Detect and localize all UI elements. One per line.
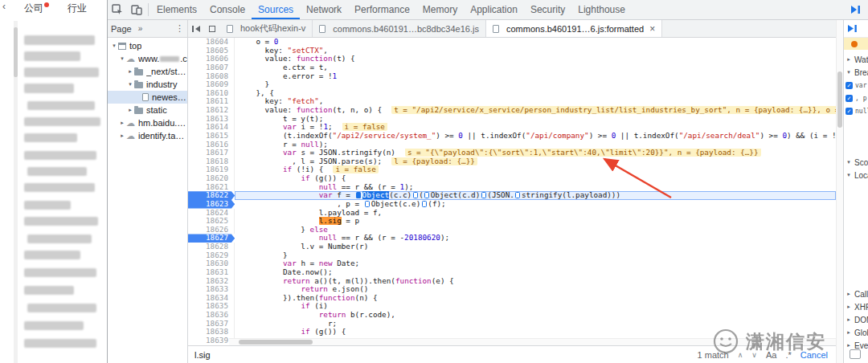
devtools-tab-lighthouse[interactable]: Lighthouse [571, 0, 632, 19]
line-number[interactable]: 18623 [188, 200, 235, 209]
devtools-tab-memory[interactable]: Memory [416, 0, 464, 19]
line-number[interactable]: 18639 [188, 336, 235, 345]
collapsed-arrow-icon[interactable]: ▸ [126, 107, 134, 113]
line-number[interactable]: 18615 [188, 132, 235, 141]
sidebar-section-breakpoints[interactable]: ▾Breakpoints [845, 67, 868, 78]
sidebar-bottom-icon[interactable] [850, 349, 861, 359]
devtools-tab-application[interactable]: Application [464, 0, 524, 19]
line-number[interactable]: 18631 [188, 268, 235, 277]
browser-tab[interactable]: 行业 [68, 2, 87, 15]
close-icon[interactable]: × [649, 23, 655, 35]
tree-item-hm-baidu-com[interactable]: ▸☁hm.baidu.com [108, 116, 187, 129]
tree-item-www[interactable]: ▾☁www..c [108, 52, 187, 65]
expanded-arrow-icon[interactable]: ▾ [110, 43, 118, 49]
more-options-icon[interactable]: ⋮ [175, 23, 184, 34]
breakpoint-entry[interactable]: ✓null == r && (r = -20180620); [845, 105, 868, 116]
devtools-tab-network[interactable]: Network [300, 0, 348, 19]
pause-resume-icon[interactable] [845, 0, 865, 19]
collapsed-arrow-icon[interactable]: ▸ [118, 120, 126, 126]
inline-breakpoint-marker[interactable] [422, 201, 427, 207]
tree-item-top[interactable]: ▾top [108, 39, 187, 52]
code-text: e.error = !1 [235, 72, 836, 81]
code-text: return e.json() [235, 285, 836, 294]
navigator-tab-page[interactable]: Page [111, 24, 132, 34]
source-options-icon[interactable] [204, 20, 220, 37]
code-text: if (i) [235, 302, 836, 311]
scrollbar-thumb[interactable] [837, 71, 842, 128]
inline-eval-value: s = "{\"payload\":{\"sort\":1,\"start\":… [405, 149, 761, 157]
device-toolbar-icon[interactable] [127, 0, 146, 19]
more-tabs-icon[interactable]: » [138, 24, 143, 33]
devtools-tab-performance[interactable]: Performance [348, 0, 416, 19]
collapsed-arrow-icon[interactable]: ▸ [845, 304, 852, 310]
inline-breakpoint-marker[interactable] [413, 192, 418, 198]
expanded-arrow-icon[interactable]: ▾ [845, 159, 852, 165]
collapsed-arrow-icon[interactable]: ▸ [126, 68, 134, 75]
tree-item-static[interactable]: ▸static [108, 104, 187, 116]
inline-breakpoint-marker[interactable] [424, 192, 429, 198]
match-case-toggle[interactable]: Aa [766, 350, 776, 360]
collapsed-arrow-icon[interactable]: ▸ [845, 342, 852, 349]
scrollbar-thumb[interactable] [14, 27, 18, 77]
breakpoint-entry[interactable]: ✓, p = Object(c.e)(f); [845, 92, 868, 104]
devtools-toolbar: ElementsConsoleSourcesNetworkPerformance… [108, 0, 868, 20]
next-match-icon[interactable]: ∨ [751, 351, 757, 359]
page-scrollbar[interactable] [14, 21, 18, 363]
inline-breakpoint-marker[interactable] [515, 192, 520, 198]
search-input[interactable] [188, 350, 331, 360]
sidebar-section-call-stack[interactable]: ▸Call Stack [845, 288, 868, 300]
sidebar-section-local[interactable]: ▾Local [845, 169, 868, 181]
breakpoint-checkbox[interactable]: ✓ [845, 82, 853, 89]
breakpoint-checkbox[interactable]: ✓ [845, 108, 853, 115]
vertical-scrollbar[interactable] [836, 20, 843, 363]
browser-tab[interactable]: 公司 [24, 2, 49, 15]
inspect-icon[interactable] [108, 0, 127, 19]
devtools-tab-sources[interactable]: Sources [252, 0, 300, 19]
expanded-arrow-icon[interactable]: ▾ [118, 55, 126, 62]
tree-item-newest-fro[interactable]: newest?fro [108, 91, 187, 104]
collapsed-arrow-icon[interactable]: ▸ [118, 133, 126, 139]
cancel-button[interactable]: Cancel [800, 350, 828, 360]
toggle-navigator-icon[interactable] [188, 20, 204, 37]
expanded-arrow-icon[interactable]: ▾ [845, 69, 852, 75]
line-number[interactable]: 18622 [188, 191, 235, 200]
open-file-tabs: hook代码hexin-vcommons.b460191…bc8dbc34e16… [220, 20, 662, 37]
line-number[interactable]: 18621 [188, 183, 235, 192]
sidebar-section-xhr-fetch-breakpoints[interactable]: ▸XHR/fetch Breakpoints [845, 301, 868, 312]
file-tab-hook-hexin-v[interactable]: hook代码hexin-v [220, 20, 313, 37]
inline-breakpoint-marker[interactable] [356, 192, 361, 198]
file-tab-commons-b460191-6-js-formatted[interactable]: commons.b460191…6.js:formatted× [486, 20, 662, 37]
regex-toggle[interactable]: .* [785, 350, 791, 360]
sidebar-section-scope[interactable]: ▾Scope [845, 157, 868, 168]
file-tab-commons-b460191-bc8dbc34e16-js[interactable]: commons.b460191…bc8dbc34e16.js [313, 20, 486, 37]
inline-breakpoint-marker[interactable] [481, 192, 486, 198]
devtools-tab-security[interactable]: Security [524, 0, 571, 19]
previous-match-icon[interactable]: ∧ [738, 351, 743, 359]
code-editor[interactable]: 18604 o = 018605 key: "setCTX",18606 val… [188, 38, 836, 345]
expanded-arrow-icon[interactable]: ▾ [126, 81, 134, 88]
collapsed-arrow-icon[interactable]: ▸ [845, 316, 852, 323]
collapsed-arrow-icon[interactable]: ▸ [845, 291, 852, 297]
breakpoint-checkbox[interactable]: ✓ [845, 95, 853, 102]
devtools-tab-console[interactable]: Console [203, 0, 252, 19]
line-number[interactable]: 18627 [188, 234, 235, 243]
inline-breakpoint-marker[interactable] [365, 201, 370, 207]
paused-icon [851, 41, 858, 47]
line-number[interactable]: 18607 [188, 63, 235, 72]
sidebar-section-watch[interactable]: ▸Watch [845, 54, 868, 65]
devtools-tab-elements[interactable]: Elements [150, 0, 203, 19]
breakpoint-entry[interactable]: ✓var f = Object(c.c)(Object… [845, 80, 868, 91]
expanded-arrow-icon[interactable]: ▾ [845, 172, 852, 178]
tree-item-identify-tankeai[interactable]: ▸☁identify.tankeai [108, 129, 187, 142]
resume-script-icon[interactable] [847, 22, 858, 36]
collapsed-arrow-icon[interactable]: ▸ [845, 329, 852, 336]
sidebar-section-global-listeners[interactable]: ▸Global Listeners [845, 327, 868, 338]
sidebar-section-dom-breakpoints[interactable]: ▸DOM Breakpoints [845, 314, 868, 325]
tree-item-industry[interactable]: ▾industry [108, 78, 187, 91]
collapsed-arrow-icon[interactable]: ▸ [845, 56, 852, 63]
toolbar-separator [148, 3, 149, 16]
horizontal-scrollbar[interactable] [229, 338, 836, 345]
line-number[interactable]: 18626 [188, 226, 235, 235]
tree-item-next-static[interactable]: ▸_next/static [108, 65, 187, 78]
scrollbar-thumb[interactable] [239, 340, 313, 345]
